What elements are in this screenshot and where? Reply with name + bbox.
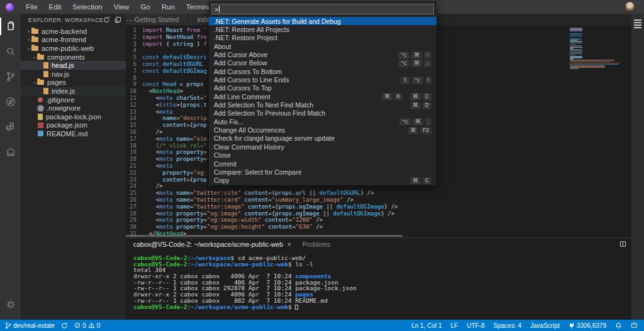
- tree-item-package-lock-json[interactable]: package-lock.json: [21, 112, 126, 121]
- tab-getting-started[interactable]: Getting Started: [126, 14, 188, 25]
- menu-item-edit[interactable]: Edit: [43, 0, 67, 14]
- command-item[interactable]: Add Selection To Previous Find Match: [209, 109, 436, 117]
- terminal[interactable]: cabox@VS-Code-2:~/workspace$ cd acme-pub…: [126, 251, 631, 310]
- command-list: .NET: Generate Assets for Build and Debu…: [209, 17, 436, 185]
- error-count: 0: [82, 322, 86, 329]
- explorer-icon[interactable]: [0, 14, 21, 39]
- menu-item-selection[interactable]: Selection: [67, 0, 108, 14]
- chevron-icon: ›: [31, 55, 38, 60]
- indentation-indicator[interactable]: Spaces: 4: [494, 322, 521, 329]
- command-item[interactable]: Auto Fix...⌥⌘.: [209, 117, 436, 126]
- command-item-label: Add Selection To Previous Find Match: [214, 109, 431, 117]
- command-item[interactable]: Commit: [209, 160, 436, 168]
- markdown-icon: [38, 131, 43, 136]
- outline-menu-icon[interactable]: [634, 19, 641, 30]
- keybinding: ⇧⌥I: [393, 77, 431, 84]
- more-actions-icon[interactable]: ···: [126, 18, 135, 23]
- minimap[interactable]: [570, 28, 624, 69]
- tree-item-pages[interactable]: ›pages: [21, 79, 126, 87]
- tree-item-acme-backend[interactable]: ›acme-backend: [21, 27, 126, 36]
- panel-split-icon[interactable]: [619, 239, 626, 250]
- command-item[interactable]: Add Cursor Below⌥⌘↓: [209, 59, 436, 67]
- menu-item-file[interactable]: File: [20, 0, 43, 14]
- command-item[interactable]: Add Cursors To Bottom: [209, 67, 436, 75]
- menu-item-go[interactable]: Go: [135, 0, 155, 14]
- command-item[interactable]: Check for clangd language server update: [209, 134, 436, 143]
- cursor-position[interactable]: Ln 1, Col 1: [411, 322, 441, 329]
- panel-header: cabox@VS-Code-2: ~/workspace/acme-public…: [126, 238, 631, 251]
- command-palette: > .NET: Generate Assets for Build and De…: [209, 1, 436, 185]
- menu-item-run[interactable]: Run: [156, 0, 180, 14]
- tree-item--gitignore[interactable]: .gitignore: [21, 95, 126, 104]
- command-item[interactable]: Add Line Comment⌘K⌘C: [209, 92, 436, 100]
- command-item-label: About: [214, 43, 431, 50]
- command-item[interactable]: .NET: Generate Assets for Build and Debu…: [209, 17, 436, 25]
- collapse-folders-icon[interactable]: [114, 16, 121, 23]
- code-line: 25 <meta name="twitter:site" content={pr…: [126, 190, 631, 197]
- terminal-tab-label: cabox@VS-Code-2: ~/workspace/acme-public…: [133, 241, 283, 248]
- git-branch-indicator[interactable]: dev/real-estate: [5, 322, 55, 329]
- problems-tab[interactable]: Problems: [303, 241, 330, 248]
- terminal-line: cabox@VS-Code-2:~/workspace/acme-public-…: [133, 304, 631, 310]
- keybinding: ⌘D: [402, 102, 431, 109]
- command-item[interactable]: Clear Command History: [209, 143, 436, 151]
- tree-item-readme-md[interactable]: README.md: [21, 129, 126, 138]
- file-label: acme-backend: [42, 28, 87, 35]
- command-input[interactable]: >: [211, 4, 434, 14]
- command-item-label: .NET: Restore Project: [214, 34, 431, 41]
- tree-item-head-js[interactable]: head.js: [21, 61, 126, 70]
- command-item[interactable]: .NET: Restore Project: [209, 34, 436, 42]
- folder-icon: [37, 55, 44, 60]
- settings-gear-icon[interactable]: [0, 292, 21, 317]
- npm-icon: [38, 122, 43, 128]
- containers-icon[interactable]: [0, 139, 21, 165]
- search-icon[interactable]: [0, 39, 21, 64]
- refresh-explorer-icon[interactable]: [103, 16, 110, 23]
- language-indicator[interactable]: JavaScript: [530, 322, 560, 329]
- command-item[interactable]: Add Selection To Next Find Match⌘D: [209, 100, 436, 109]
- horizontal-scrollbar[interactable]: [126, 235, 402, 237]
- status-bar: dev/real-estate 0 0 Ln 1, Col 1 LF UTF-8…: [0, 320, 644, 331]
- command-item[interactable]: Change All Occurrences⌘F2: [209, 126, 436, 134]
- problems-indicator[interactable]: 0 0: [74, 322, 100, 329]
- tree-item--nowignore[interactable]: .nowignore: [21, 104, 126, 112]
- command-item[interactable]: Compare: Select for Compare: [209, 168, 436, 176]
- command-item-label: Commit: [214, 160, 431, 168]
- command-item[interactable]: Add Cursors to Line Ends⇧⌥I: [209, 75, 436, 84]
- command-item[interactable]: Add Cursors To Top: [209, 84, 436, 92]
- tree-item-package-json[interactable]: package.json: [21, 121, 126, 130]
- extensions-icon[interactable]: [0, 114, 21, 139]
- feedback-icon[interactable]: [631, 322, 638, 328]
- chevron-icon: ›: [26, 36, 31, 43]
- chevron-icon: ›: [31, 80, 38, 86]
- command-item[interactable]: Close: [209, 151, 436, 160]
- file-label: nav.js: [52, 70, 69, 78]
- tree-item-nav-js[interactable]: nav.js: [21, 70, 126, 79]
- tree-item-components[interactable]: ›components: [21, 53, 126, 62]
- file-label: .gitignore: [46, 96, 74, 104]
- encoding-indicator[interactable]: UTF-8: [467, 322, 484, 329]
- notifications-bell-icon[interactable]: [615, 322, 622, 329]
- command-item[interactable]: .NET: Restore All Projects: [209, 25, 436, 33]
- debug-icon[interactable]: [0, 89, 21, 114]
- js-file-icon: [43, 62, 48, 68]
- source-control-icon[interactable]: [0, 64, 21, 89]
- file-label: package-lock.json: [46, 113, 101, 121]
- user-avatar[interactable]: [625, 1, 635, 12]
- tree-item-index-js[interactable]: index.js: [21, 87, 126, 95]
- explorer-sidebar: EXPLORER: WORKSPACE ··· ›acme-backend›ac…: [21, 14, 126, 320]
- menu-item-view[interactable]: View: [108, 0, 135, 14]
- terminal-cursor: [295, 305, 298, 310]
- tree-item-acme-frontend[interactable]: ›acme-frontend: [21, 36, 126, 45]
- command-item[interactable]: Add Cursor Above⌥⌘↑: [209, 50, 436, 58]
- eol-indicator[interactable]: LF: [451, 322, 458, 329]
- close-terminal-icon[interactable]: ×: [287, 241, 291, 248]
- tree-item-acme-public-web[interactable]: ›acme-public-web: [21, 44, 126, 53]
- ports-indicator[interactable]: 3306,6379: [569, 322, 606, 329]
- file-label: README.md: [47, 130, 87, 138]
- command-item[interactable]: About: [209, 42, 436, 50]
- terminal-tab[interactable]: cabox@VS-Code-2: ~/workspace/acme-public…: [133, 241, 291, 248]
- sync-button[interactable]: [61, 322, 68, 329]
- command-item[interactable]: Copy⌘C: [209, 176, 436, 185]
- command-item-label: Add Cursors To Top: [214, 84, 431, 92]
